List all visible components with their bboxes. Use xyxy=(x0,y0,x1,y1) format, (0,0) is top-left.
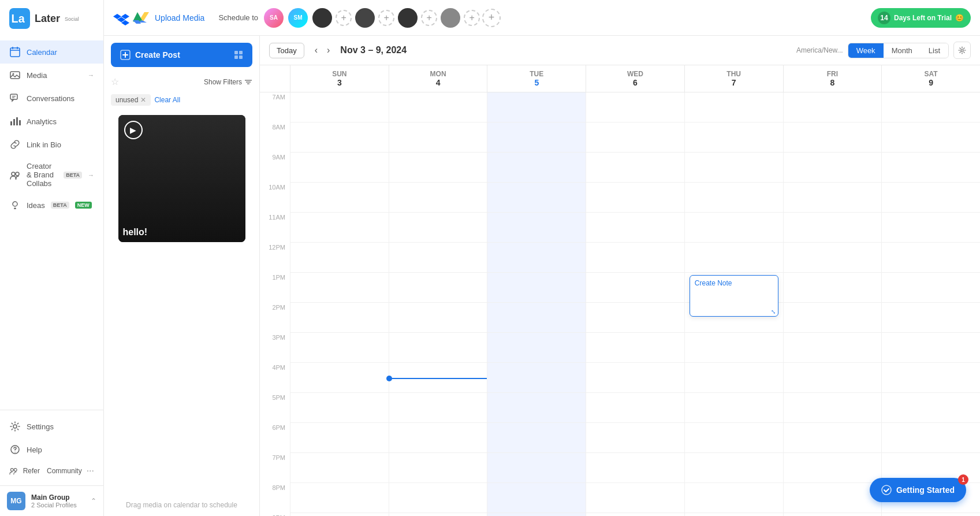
profile-avatar-4[interactable] xyxy=(354,7,376,29)
profile-avatar-6[interactable] xyxy=(439,7,461,29)
time-slot-9am-col3[interactable] xyxy=(586,153,684,183)
today-button[interactable]: Today xyxy=(269,43,304,58)
time-slot-7am-col5[interactable] xyxy=(783,92,882,122)
time-slot-6pm-col4[interactable] xyxy=(684,423,783,453)
time-slot-1pm-col5[interactable] xyxy=(783,273,882,303)
prev-week-button[interactable]: ‹ xyxy=(311,43,321,58)
profile-avatar-swetham[interactable]: SM xyxy=(287,7,309,29)
time-slot-7pm-col2[interactable] xyxy=(487,453,586,483)
view-tab-list[interactable]: List xyxy=(921,43,948,58)
sidebar-item-analytics[interactable]: Analytics xyxy=(0,110,103,133)
time-slot-8pm-col3[interactable] xyxy=(586,483,684,513)
time-slot-3pm-col1[interactable] xyxy=(389,333,487,363)
add-profile-button-2[interactable]: + xyxy=(378,10,394,26)
time-slot-9pm-col4[interactable] xyxy=(684,513,783,516)
time-slot-5pm-col3[interactable] xyxy=(586,393,684,423)
time-slot-2pm-col5[interactable] xyxy=(783,303,882,333)
time-slot-7am-col3[interactable] xyxy=(586,92,684,122)
add-profile-button-1[interactable]: + xyxy=(336,10,352,26)
time-slot-2pm-col6[interactable] xyxy=(881,303,980,333)
time-slot-4pm-col2[interactable] xyxy=(487,363,586,393)
time-slot-11am-col0[interactable] xyxy=(290,213,389,243)
time-slot-5pm-col1[interactable] xyxy=(389,393,487,423)
time-slot-8pm-col1[interactable] xyxy=(389,483,487,513)
time-slot-11am-col4[interactable] xyxy=(684,213,783,243)
next-week-button[interactable]: › xyxy=(323,43,333,58)
sidebar-item-creator-brand[interactable]: Creator & Brand Collabs BETA → xyxy=(0,156,103,194)
time-slot-12pm-col6[interactable] xyxy=(881,243,980,273)
time-slot-8am-col3[interactable] xyxy=(586,122,684,153)
time-slot-2pm-col3[interactable] xyxy=(586,303,684,333)
time-slot-8pm-col4[interactable] xyxy=(684,483,783,513)
time-slot-12pm-col3[interactable] xyxy=(586,243,684,273)
sidebar-item-help[interactable]: Help xyxy=(0,438,103,461)
time-slot-3pm-col2[interactable] xyxy=(487,333,586,363)
time-slot-7pm-col4[interactable] xyxy=(684,453,783,483)
time-slot-9am-col1[interactable] xyxy=(389,153,487,183)
view-tab-week[interactable]: Week xyxy=(848,43,884,58)
add-profile-button-3[interactable]: + xyxy=(421,10,437,26)
time-slot-10am-col0[interactable] xyxy=(290,183,389,213)
time-slot-7am-col4[interactable] xyxy=(684,92,783,122)
sidebar-item-link-in-bio[interactable]: Link in Bio xyxy=(0,133,103,156)
show-filters-button[interactable]: Show Filters xyxy=(204,78,252,86)
time-slot-1pm-col0[interactable] xyxy=(290,273,389,303)
time-slot-4pm-col3[interactable] xyxy=(586,363,684,393)
time-slot-3pm-col4[interactable] xyxy=(684,333,783,363)
time-slot-2pm-col1[interactable] xyxy=(389,303,487,333)
time-slot-9pm-col0[interactable] xyxy=(290,513,389,516)
time-slot-5pm-col4[interactable] xyxy=(684,393,783,423)
time-slot-8pm-col5[interactable] xyxy=(783,483,882,513)
time-slot-1pm-col1[interactable] xyxy=(389,273,487,303)
profile-avatar-3[interactable] xyxy=(311,7,333,29)
time-slot-7am-col0[interactable] xyxy=(290,92,389,122)
time-slot-7am-col1[interactable] xyxy=(389,92,487,122)
time-slot-7pm-col1[interactable] xyxy=(389,453,487,483)
time-slot-1pm-col4[interactable]: Create Note⤡ xyxy=(684,273,783,303)
time-slot-9pm-col3[interactable] xyxy=(586,513,684,516)
time-slot-11am-col6[interactable] xyxy=(881,213,980,243)
time-slot-3pm-col5[interactable] xyxy=(783,333,882,363)
time-slot-2pm-col2[interactable] xyxy=(487,303,586,333)
time-slot-11am-col3[interactable] xyxy=(586,213,684,243)
time-slot-10am-col5[interactable] xyxy=(783,183,882,213)
time-slot-3pm-col6[interactable] xyxy=(881,333,980,363)
view-tab-month[interactable]: Month xyxy=(884,43,921,58)
time-slot-4pm-col4[interactable] xyxy=(684,363,783,393)
filter-tag-unused[interactable]: unused ✕ xyxy=(111,94,151,106)
refer-community-row[interactable]: Refer Community ··· xyxy=(0,461,103,481)
upload-media-button[interactable]: Upload Media xyxy=(155,13,204,23)
time-slot-10am-col3[interactable] xyxy=(586,183,684,213)
time-slot-6pm-col1[interactable] xyxy=(389,423,487,453)
filter-tag-remove-icon[interactable]: ✕ xyxy=(140,96,146,104)
time-slot-9am-col6[interactable] xyxy=(881,153,980,183)
time-slot-4pm-col1[interactable] xyxy=(389,363,487,393)
sidebar-item-ideas[interactable]: Ideas BETA NEW xyxy=(0,194,103,217)
time-slot-4pm-col6[interactable] xyxy=(881,363,980,393)
time-slot-5pm-col2[interactable] xyxy=(487,393,586,423)
time-slot-11am-col1[interactable] xyxy=(389,213,487,243)
time-slot-7pm-col0[interactable] xyxy=(290,453,389,483)
clear-all-button[interactable]: Clear All xyxy=(154,96,180,104)
sidebar-item-calendar[interactable]: Calendar xyxy=(0,40,103,64)
time-slot-11am-col5[interactable] xyxy=(783,213,882,243)
time-slot-8am-col6[interactable] xyxy=(881,122,980,153)
time-slot-2pm-col0[interactable] xyxy=(290,303,389,333)
time-slot-4pm-col5[interactable] xyxy=(783,363,882,393)
time-slot-10am-col4[interactable] xyxy=(684,183,783,213)
time-slot-9pm-col1[interactable] xyxy=(389,513,487,516)
google-drive-icon[interactable] xyxy=(133,10,149,26)
time-slot-1pm-col3[interactable] xyxy=(586,273,684,303)
calendar-settings-button[interactable] xyxy=(953,42,971,59)
time-slot-9am-col4[interactable] xyxy=(684,153,783,183)
time-slot-5pm-col0[interactable] xyxy=(290,393,389,423)
time-slot-8am-col4[interactable] xyxy=(684,122,783,153)
time-slot-2pm-col4[interactable] xyxy=(684,303,783,333)
time-slot-7pm-col5[interactable] xyxy=(783,453,882,483)
time-slot-6pm-col5[interactable] xyxy=(783,423,882,453)
time-slot-12pm-col5[interactable] xyxy=(783,243,882,273)
profile-avatar-5[interactable] xyxy=(397,7,419,29)
time-slot-12pm-col4[interactable] xyxy=(684,243,783,273)
time-slot-6pm-col2[interactable] xyxy=(487,423,586,453)
time-slot-6pm-col0[interactable] xyxy=(290,423,389,453)
